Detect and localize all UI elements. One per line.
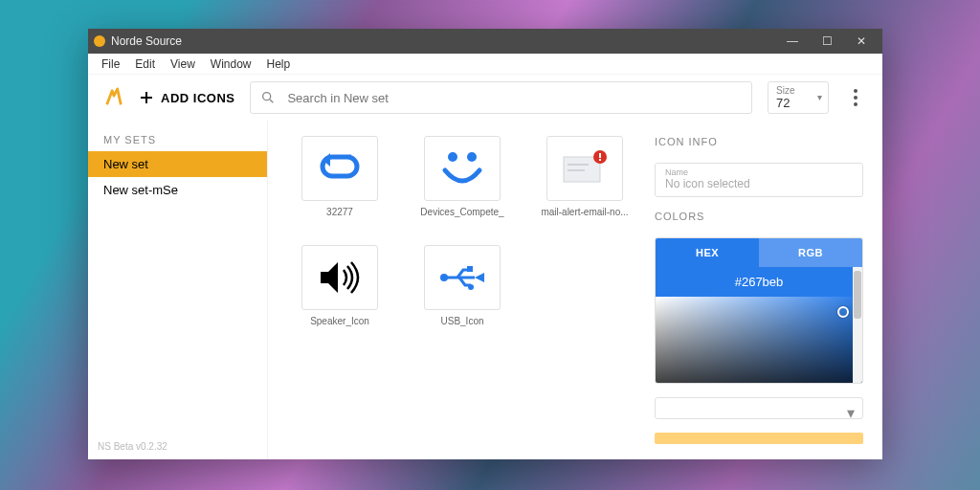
icon-caption: Speaker_Icon bbox=[310, 316, 369, 326]
menu-edit[interactable]: Edit bbox=[129, 56, 161, 73]
app-icon bbox=[94, 35, 105, 47]
close-button[interactable]: ✕ bbox=[846, 32, 877, 51]
speaker-icon bbox=[317, 258, 363, 297]
app-window: Norde Source ― ☐ ✕ File Edit View Window… bbox=[88, 29, 882, 459]
menubar: File Edit View Window Help bbox=[88, 54, 882, 75]
maximize-button[interactable]: ☐ bbox=[812, 32, 842, 51]
icon-tile-3[interactable]: Speaker_Icon bbox=[287, 245, 392, 341]
color-picker: HEX RGB #267beb bbox=[655, 237, 863, 384]
icon-info-heading: ICON INFO bbox=[655, 136, 863, 149]
menu-help[interactable]: Help bbox=[261, 56, 297, 73]
name-value: No icon selected bbox=[665, 177, 853, 190]
size-dropdown[interactable]: Size 72 bbox=[768, 81, 829, 114]
svg-rect-7 bbox=[599, 153, 601, 158]
icon-caption: Devices_Compete_ bbox=[420, 207, 503, 217]
menu-file[interactable]: File bbox=[96, 56, 125, 73]
icon-caption: mail-alert-email-no... bbox=[541, 207, 628, 217]
svg-point-11 bbox=[468, 284, 474, 290]
saturation-value-picker[interactable] bbox=[656, 297, 862, 384]
info-panel: ICON INFO Name No icon selected COLORS H… bbox=[655, 136, 863, 444]
version-label: NS Beta v0.2.32 bbox=[88, 434, 267, 459]
usb-icon bbox=[438, 264, 486, 291]
sidebar: MY SETS New set New set-mSe NS Beta v0.2… bbox=[88, 121, 268, 459]
my-sets-heading: MY SETS bbox=[88, 121, 267, 151]
icon-tile-0[interactable]: 32277 bbox=[287, 136, 392, 232]
loop-arrow-icon bbox=[319, 151, 361, 186]
scroll-thumb[interactable] bbox=[854, 271, 861, 319]
sidebar-item-set-1[interactable]: New set-mSe bbox=[88, 177, 267, 203]
search-box[interactable] bbox=[250, 81, 752, 114]
svg-point-1 bbox=[448, 152, 457, 162]
window-title: Norde Source bbox=[111, 34, 771, 48]
add-icons-label: ADD ICONS bbox=[161, 91, 234, 105]
svg-point-2 bbox=[467, 152, 477, 162]
mail-alert-icon bbox=[560, 149, 610, 188]
icon-caption: 32277 bbox=[326, 207, 353, 217]
sv-handle[interactable] bbox=[837, 306, 849, 318]
tab-rgb[interactable]: RGB bbox=[759, 238, 862, 267]
more-menu-button[interactable] bbox=[844, 89, 867, 106]
svg-point-0 bbox=[263, 93, 271, 100]
colors-heading: COLORS bbox=[655, 211, 863, 224]
search-input[interactable] bbox=[285, 90, 742, 106]
name-label: Name bbox=[665, 167, 853, 177]
extra-dropdown[interactable] bbox=[655, 397, 863, 419]
plus-icon bbox=[140, 91, 153, 104]
minimize-button[interactable]: ― bbox=[777, 32, 808, 51]
svg-rect-10 bbox=[467, 266, 473, 272]
svg-rect-8 bbox=[599, 159, 601, 161]
add-icons-button[interactable]: ADD ICONS bbox=[140, 91, 234, 105]
topbar: ADD ICONS Size 72 bbox=[88, 75, 882, 121]
search-icon bbox=[260, 90, 276, 105]
titlebar[interactable]: Norde Source ― ☐ ✕ bbox=[88, 29, 882, 54]
icon-grid: 32277 Devices_Compete_ bbox=[287, 136, 637, 444]
icon-tile-1[interactable]: Devices_Compete_ bbox=[410, 136, 515, 232]
icon-name-field[interactable]: Name No icon selected bbox=[655, 163, 863, 197]
icon-tile-4[interactable]: USB_Icon bbox=[410, 245, 515, 341]
size-label: Size bbox=[776, 85, 820, 96]
accent-bar bbox=[655, 433, 863, 444]
tab-hex[interactable]: HEX bbox=[656, 238, 759, 267]
smiley-icon bbox=[439, 147, 485, 189]
menu-window[interactable]: Window bbox=[205, 56, 257, 73]
app-logo-icon bbox=[103, 87, 124, 108]
icon-tile-2[interactable]: mail-alert-email-no... bbox=[532, 136, 637, 232]
sidebar-item-set-0[interactable]: New set bbox=[88, 151, 267, 177]
icon-caption: USB_Icon bbox=[440, 316, 483, 326]
panel-scrollbar[interactable] bbox=[853, 267, 862, 383]
size-value: 72 bbox=[776, 96, 820, 110]
hex-value[interactable]: #267beb bbox=[656, 267, 862, 297]
menu-view[interactable]: View bbox=[165, 56, 201, 73]
